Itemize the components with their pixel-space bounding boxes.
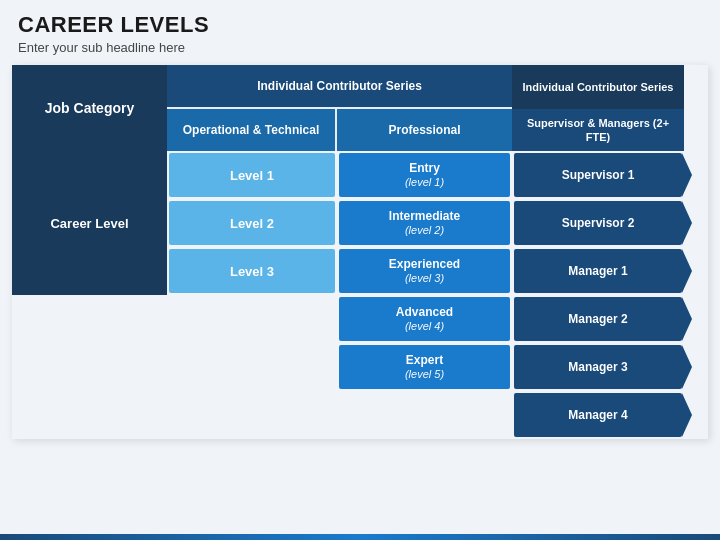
- level-cell-0: Level 1: [169, 153, 335, 197]
- prof-cell-2: Experienced(level 3): [339, 249, 510, 293]
- mgr-cell-1: Supervisor 2: [514, 201, 682, 245]
- professional-header: Professional: [337, 109, 512, 151]
- page: CAREER LEVELS Enter your sub headline he…: [0, 0, 720, 540]
- data-rows: Career LevelLevel 1Entry(level 1)Supervi…: [12, 151, 708, 439]
- mgr-cell-4: Manager 3: [514, 345, 682, 389]
- prof-sub-1: (level 2): [405, 224, 444, 237]
- page-title: CAREER LEVELS: [18, 12, 702, 38]
- ics-main-header: Individual Contributor Series: [167, 65, 512, 109]
- mgr-cell-5: Manager 4: [514, 393, 682, 437]
- header: CAREER LEVELS Enter your sub headline he…: [0, 0, 720, 61]
- job-category-label: Job Category: [12, 65, 167, 151]
- mgr-cell-2: Manager 1: [514, 249, 682, 293]
- empty-cat-5: [14, 393, 165, 437]
- prof-sub-3: (level 4): [405, 320, 444, 333]
- bottom-bar: [0, 534, 720, 540]
- empty-cat-3: [14, 297, 165, 341]
- prof-sub-2: (level 3): [405, 272, 444, 285]
- sup-mgr-header: Supervisor & Managers (2+ FTE): [512, 109, 684, 151]
- mgr-cell-3: Manager 2: [514, 297, 682, 341]
- level-cell-2: Level 3: [169, 249, 335, 293]
- empty-cat-4: [14, 345, 165, 389]
- prof-main-3: Advanced: [396, 305, 453, 319]
- prof-cell-4: Expert(level 5): [339, 345, 510, 389]
- level-cell-5: [169, 393, 335, 437]
- prof-sub-4: (level 5): [405, 368, 444, 381]
- prof-sub-0: (level 1): [405, 176, 444, 189]
- level-cell-3: [169, 297, 335, 341]
- prof-main-4: Expert: [406, 353, 443, 367]
- level-cell-4: [169, 345, 335, 389]
- ics-right-header: Individual Contributor Series: [512, 65, 684, 109]
- prof-cell-1: Intermediate(level 2): [339, 201, 510, 245]
- prof-cell-5: [339, 393, 510, 437]
- prof-cell-3: Advanced(level 4): [339, 297, 510, 341]
- header-rows: Job Category Individual Contributor Seri…: [12, 65, 708, 151]
- op-tech-header: Operational & Technical: [167, 109, 337, 151]
- chart-area: Job Category Individual Contributor Seri…: [12, 65, 708, 439]
- prof-cell-0: Entry(level 1): [339, 153, 510, 197]
- prof-main-2: Experienced: [389, 257, 460, 271]
- career-level-label: Career Level: [12, 151, 167, 295]
- level-cell-1: Level 2: [169, 201, 335, 245]
- mgr-cell-0: Supervisor 1: [514, 153, 682, 197]
- prof-main-1: Intermediate: [389, 209, 460, 223]
- prof-main-0: Entry: [409, 161, 440, 175]
- page-subtitle: Enter your sub headline here: [18, 40, 702, 55]
